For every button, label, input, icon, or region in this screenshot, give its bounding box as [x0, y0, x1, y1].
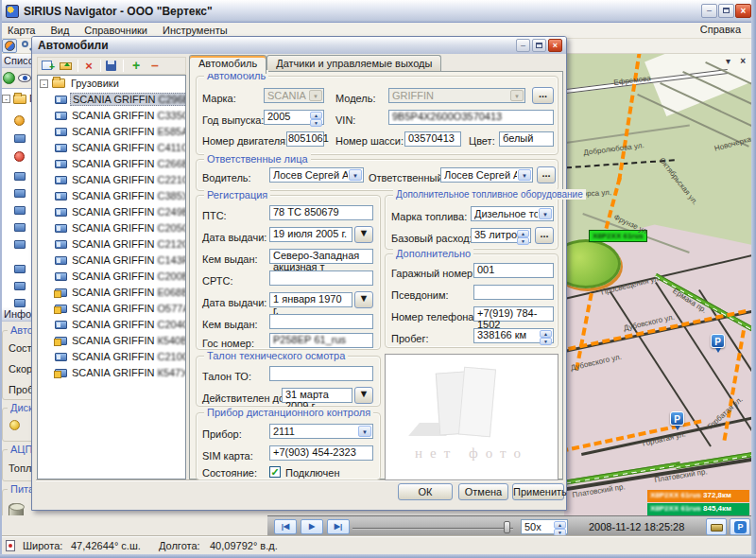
cancel-button[interactable]: Отмена [458, 483, 508, 500]
tree-item[interactable]: SCANIA GRIFFIN С335ОЕ 61rus [38, 108, 185, 124]
tab-sensors[interactable]: Датчики и управляемые выходы [266, 55, 441, 72]
export-button[interactable] [706, 518, 727, 535]
menu-Вид[interactable]: Вид [43, 25, 77, 36]
tree-item[interactable]: SCANIA GRIFFIN С143РХ 161rus [38, 253, 185, 269]
tree-item[interactable]: SCANIA GRIFFIN С210СС 61rus [38, 349, 185, 365]
tree-item[interactable]: SCANIA GRIFFIN К540ВУ 161rus [38, 333, 185, 349]
tree-item[interactable]: SCANIA GRIFFIN Е068ВХ 161rus [38, 285, 185, 301]
delete-button[interactable]: × [81, 59, 96, 73]
ok-button[interactable]: ОК [398, 483, 453, 500]
skip-forward-button[interactable]: ▶| [327, 519, 350, 534]
eye-icon[interactable] [18, 74, 31, 82]
sim-field[interactable]: +7(903) 454-2323 [269, 445, 373, 461]
apply-button[interactable]: Применить [512, 483, 564, 500]
window-restore-button[interactable] [718, 4, 734, 18]
vin-field[interactable]: 9В5Р4Х2600О3570413 [388, 110, 554, 125]
tree-item[interactable]: SCANIA GRIFFIN К547УХ 161rus [38, 365, 185, 381]
tree-item[interactable]: SCANIA GRIFFIN С296ВС 61rus [38, 92, 185, 108]
map-view[interactable]: Х8Р2ХХ 61rus P P ЕфремоваДобролюбова ул.… [564, 54, 751, 515]
remove-vehicle-button[interactable]: – [147, 59, 163, 73]
valid-until-dropdown[interactable]: ▼ [354, 387, 373, 404]
connected-checkbox[interactable]: ✓ [269, 466, 281, 478]
tree-item[interactable]: SCANIA GRIFFIN С205ОС 61rus [38, 220, 185, 236]
srts-date-dropdown[interactable]: ▼ [354, 291, 373, 308]
srts-date-field[interactable]: 1 января 1970 г. [269, 292, 352, 307]
srts-issuer-field[interactable] [269, 314, 373, 329]
truck-icon [55, 305, 67, 313]
tree-item[interactable]: SCANIA GRIFFIN О577АУ 61rus [38, 301, 185, 317]
tree-item[interactable]: SCANIA GRIFFIN С200ВВ 61rus [38, 269, 185, 285]
play-button[interactable]: ▶ [301, 519, 323, 534]
year-spin-buttons[interactable]: ▲▼ [310, 112, 322, 123]
tree-item[interactable]: SCANIA GRIFFIN Е585АА 61rus [38, 124, 185, 140]
tree-collapse-icon[interactable]: - [40, 79, 48, 88]
playback-slider-thumb[interactable] [504, 521, 510, 533]
dialog-maximize-button[interactable] [532, 39, 546, 52]
dialog-minimize-button[interactable]: – [516, 39, 530, 52]
globe-icon[interactable] [3, 72, 15, 84]
tree-item[interactable]: SCANIA GRIFFIN С221СС 61rus [38, 172, 185, 188]
save-button[interactable] [104, 59, 119, 73]
srts-field[interactable] [269, 270, 373, 286]
pts-date-dropdown[interactable]: ▼ [354, 226, 373, 243]
pts-issuer-field[interactable]: Северо-Западная акцизная т [269, 249, 373, 264]
fuel-combo[interactable]: Дизельное топливо▼ [471, 206, 554, 221]
driver-combo[interactable]: Лосев Сергей Анатоль▼ [269, 167, 364, 183]
dialog-close-button[interactable]: × [548, 39, 562, 52]
phone-field[interactable]: +7(919) 784-1502 [473, 306, 554, 322]
tree-item[interactable]: SCANIA GRIFFIN С385УС 61rus [38, 188, 185, 204]
tree-item[interactable]: SCANIA GRIFFIN С249ВС 61rus [38, 204, 185, 220]
speed-spinner[interactable]: ▲▼ [554, 521, 566, 532]
responsible-combo[interactable]: Лосев Сергей Анатоль▼ [440, 167, 533, 183]
parking-icon[interactable]: P [711, 334, 725, 348]
import-button[interactable] [59, 59, 74, 73]
object-tree[interactable]: - Грузовики [0, 88, 31, 315]
tree-item[interactable]: SCANIA GRIFFIN С212СС 61rus [38, 236, 185, 253]
consumption-spinner[interactable]: 35 литров▲▼ [471, 228, 531, 243]
persons-browse-button[interactable]: ... [537, 166, 556, 183]
engine-field[interactable]: 8051061 [286, 131, 324, 147]
tree-item[interactable]: SCANIA GRIFFIN С204СС 61rus [38, 317, 185, 333]
pts-date-field[interactable]: 19 июля 2005 г. [269, 227, 352, 242]
tree-root-row[interactable]: - Грузовики [38, 76, 185, 92]
color-field[interactable]: белый [499, 131, 554, 147]
window-close-button[interactable]: × [735, 4, 751, 18]
valid-until-field[interactable]: 31 марта 2009 г. [282, 388, 352, 403]
parking-icon[interactable]: P [670, 411, 684, 426]
window-border-right [751, 0, 756, 558]
map-close-icon[interactable]: × [740, 56, 746, 66]
map-dropdown-icon[interactable]: ▾ [726, 56, 730, 66]
menu-help[interactable]: Справка [693, 24, 748, 35]
menu-Справочники[interactable]: Справочники [77, 25, 155, 36]
window-minimize-button[interactable]: – [701, 4, 717, 18]
tab-vehicle[interactable]: Автомобиль [189, 55, 266, 74]
speed-input[interactable]: 50x ▲▼ [521, 519, 568, 534]
map-mode-button[interactable] [2, 39, 17, 53]
consumption-spin-buttons[interactable]: ▲▼ [517, 230, 529, 241]
menu-Карта[interactable]: Карта [0, 25, 43, 36]
mileage-spin-buttons[interactable]: ▲▼ [540, 330, 552, 341]
fuel-browse-button[interactable]: ... [535, 227, 554, 244]
alias-field[interactable] [473, 285, 554, 300]
ticket-field[interactable] [269, 366, 373, 381]
playback-slider-track[interactable] [352, 528, 513, 530]
chassis-field[interactable]: 03570413 [404, 131, 461, 147]
garage-field[interactable]: 001 [473, 263, 554, 278]
add-vehicle-button[interactable]: + [129, 59, 144, 73]
year-spinner[interactable]: 2005▲▼ [264, 110, 324, 125]
spin-down-icon[interactable]: ▼ [554, 529, 566, 536]
tree-collapse-icon[interactable]: - [2, 95, 10, 103]
model-browse-button[interactable]: ... [532, 87, 554, 104]
tree-item[interactable]: SCANIA GRIFFIN С266ВС 61rus [38, 156, 185, 172]
skip-back-button[interactable]: |◀ [274, 519, 297, 534]
spin-up-icon[interactable]: ▲ [554, 521, 566, 529]
pts-field[interactable]: 78 ТС 850679 [269, 205, 373, 220]
plate-field[interactable]: Р258ЕР 61_rus [269, 333, 373, 348]
list-add-button[interactable] [40, 59, 55, 73]
vehicle-tree[interactable]: - Грузовики SCANIA GRIFFIN С296ВС 61rusS… [37, 75, 186, 480]
menu-Инструменты[interactable]: Инструменты [155, 25, 235, 36]
mileage-spinner[interactable]: 338166 км▲▼ [473, 328, 554, 343]
parking-toggle-button[interactable]: P [730, 518, 750, 535]
tree-item[interactable]: SCANIA GRIFFIN С411СС 61rus [38, 140, 185, 156]
device-combo[interactable]: 2111▼ [269, 424, 373, 439]
